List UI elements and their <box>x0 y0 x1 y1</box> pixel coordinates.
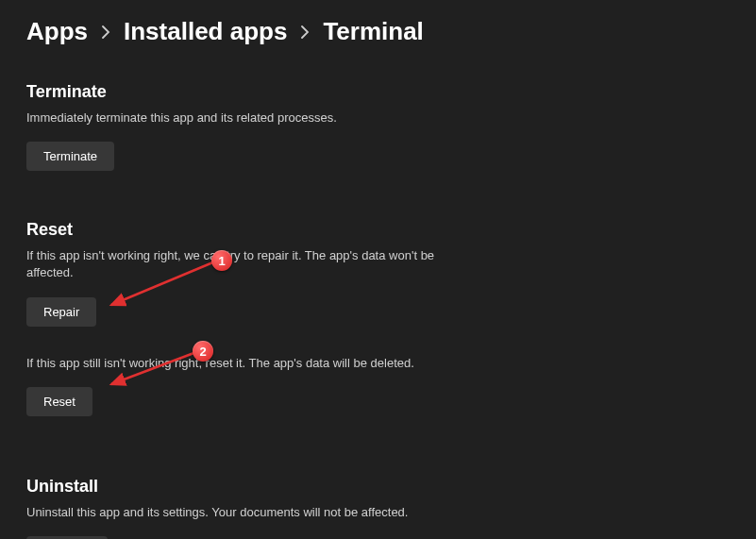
repair-button[interactable]: Repair <box>26 297 96 327</box>
chevron-right-icon <box>101 25 110 39</box>
breadcrumb-terminal: Terminal <box>323 17 423 46</box>
terminate-title: Terminate <box>26 82 730 102</box>
breadcrumb-installed-apps[interactable]: Installed apps <box>124 17 287 46</box>
uninstall-desc: Uninstall this app and its settings. You… <box>26 504 442 521</box>
terminate-button[interactable]: Terminate <box>26 142 114 171</box>
section-terminate: Terminate Immediately terminate this app… <box>26 82 730 171</box>
terminate-desc: Immediately terminate this app and its r… <box>26 109 442 126</box>
breadcrumb-apps[interactable]: Apps <box>26 17 88 46</box>
reset-title: Reset <box>26 220 730 240</box>
breadcrumb: Apps Installed apps Terminal <box>26 17 730 46</box>
repair-desc: If this app isn't working right, we can … <box>26 247 442 281</box>
section-reset: Reset If this app isn't working right, w… <box>26 220 730 437</box>
reset-desc: If this app still isn't working right, r… <box>26 355 442 372</box>
section-uninstall: Uninstall Uninstall this app and its set… <box>26 477 730 539</box>
chevron-right-icon <box>300 25 310 39</box>
reset-button[interactable]: Reset <box>26 387 92 416</box>
uninstall-title: Uninstall <box>26 477 730 497</box>
